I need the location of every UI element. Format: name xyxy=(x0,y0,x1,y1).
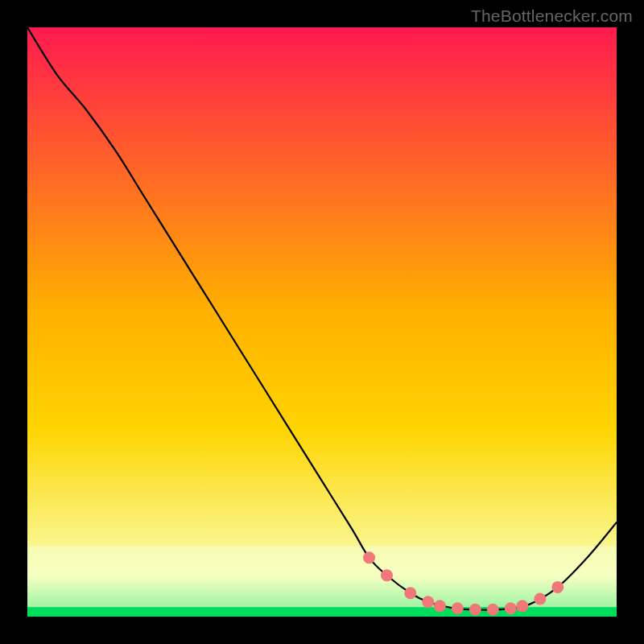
pale-band xyxy=(27,546,617,607)
marker-point xyxy=(452,602,464,614)
marker-point xyxy=(505,602,517,614)
marker-point xyxy=(487,604,499,616)
marker-point xyxy=(381,569,393,581)
green-band xyxy=(27,607,617,617)
watermark-text: TheBottlenecker.com xyxy=(471,6,633,26)
marker-point xyxy=(469,604,481,616)
chart-frame: TheBottlenecker.com xyxy=(0,0,644,644)
marker-point xyxy=(404,587,416,599)
marker-point xyxy=(363,551,375,564)
marker-point xyxy=(516,600,528,612)
marker-point xyxy=(534,593,546,605)
marker-point xyxy=(551,581,564,593)
plot-area xyxy=(27,27,617,617)
chart-svg xyxy=(27,27,617,617)
marker-point xyxy=(434,600,446,612)
gradient-background xyxy=(27,27,617,617)
marker-point xyxy=(422,596,434,608)
